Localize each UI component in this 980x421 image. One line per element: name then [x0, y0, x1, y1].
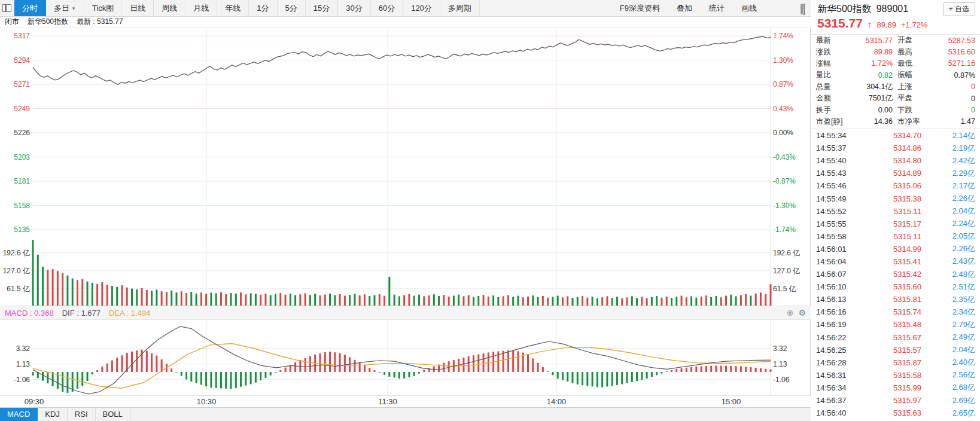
tick-row[interactable]: 14:56:195315.482.79亿: [811, 318, 980, 331]
tick-price: 5315.17: [862, 219, 921, 228]
quote-value: 1.47: [931, 117, 975, 126]
tick-row[interactable]: 14:55:525315.112.04亿: [811, 205, 980, 218]
period-tab-1分[interactable]: 1分: [249, 0, 277, 16]
period-tab-30分[interactable]: 30分: [338, 0, 370, 16]
quote-label: 开盘: [897, 35, 931, 45]
tick-row[interactable]: 14:55:465315.062.17亿: [811, 179, 980, 192]
quote-label: 量比: [816, 70, 851, 80]
period-tab-120分[interactable]: 120分: [403, 0, 440, 16]
time-tick-label: 10:30: [197, 397, 217, 406]
stock-title: 新华500指数989001: [817, 3, 908, 16]
tick-price: 5315.48: [862, 320, 921, 329]
stock-code: 989001: [876, 4, 908, 14]
period-tab-strip: 分时多日▼Tick图日线周线月线年线1分5分15分30分60分120分多周期: [14, 0, 480, 16]
tick-row[interactable]: 14:56:165315.742.34亿: [811, 306, 980, 318]
indicator-tab-bar: MACDKDJRSIBOLL: [0, 407, 811, 421]
time-tick-label: 14:00: [547, 397, 567, 406]
timeshare-chart[interactable]: [0, 0, 811, 421]
quote-label: 总量: [816, 82, 851, 92]
app-window: 5317529452715249522652035181515851351.74…: [0, 0, 980, 421]
tick-time: 14:56:10: [816, 282, 862, 291]
gear-icon[interactable]: ⚙: [798, 309, 806, 317]
period-tab-周线[interactable]: 周线: [154, 0, 185, 16]
quote-value: 0: [931, 83, 975, 91]
tick-time: 14:55:34: [816, 131, 862, 140]
tick-row[interactable]: 14:56:315315.582.56亿: [811, 369, 980, 382]
toolbar-link-叠加[interactable]: 叠加: [677, 3, 692, 14]
tick-price: 5315.06: [862, 181, 921, 190]
panel-toggle-icon[interactable]: [804, 4, 805, 15]
tick-row[interactable]: 14:56:285315.872.40亿: [811, 356, 980, 369]
tick-row[interactable]: 14:55:495315.382.26亿: [811, 192, 980, 205]
tick-time: 14:56:16: [816, 307, 862, 316]
period-tab-60分[interactable]: 60分: [371, 0, 403, 16]
add-watchlist-button[interactable]: + 自选: [943, 2, 975, 16]
quote-label: 市盈[静]: [816, 117, 851, 127]
quote-row: 市盈[静]14.36市净率1.47: [811, 116, 980, 127]
tick-list[interactable]: 14:55:345314.702.14亿14:55:375314.862.19亿…: [811, 129, 980, 421]
macd-value-label: MACD : 0.368: [5, 309, 54, 318]
quote-value: 0.82: [851, 71, 893, 80]
quote-panel: 新华500指数989001 + 自选 5315.77 ↑ 89.89 +1.72…: [811, 0, 980, 421]
tick-row[interactable]: 14:56:255315.572.04亿: [811, 344, 980, 356]
indicator-tab-BOLL[interactable]: BOLL: [96, 408, 130, 421]
panel-toggle-icon-glyph: [804, 4, 805, 15]
chart-column: 5317529452715249522652035181515851351.74…: [0, 0, 811, 421]
close-icon[interactable]: ⊗: [787, 309, 794, 317]
tick-row[interactable]: 14:55:345314.702.14亿: [811, 129, 980, 142]
period-tab-多日[interactable]: 多日▼: [46, 0, 84, 16]
toolbar-link-统计[interactable]: 统计: [709, 3, 725, 14]
price-change: 89.89: [876, 20, 896, 29]
tick-row[interactable]: 14:56:135315.812.35亿: [811, 293, 980, 306]
tick-row[interactable]: 14:55:555315.172.24亿: [811, 218, 980, 230]
tick-price: 5315.63: [862, 408, 921, 417]
indicator-tab-KDJ[interactable]: KDJ: [38, 408, 68, 421]
toolbar-link-F9深度资料[interactable]: F9深度资料: [620, 3, 660, 14]
tick-row[interactable]: 14:56:045315.412.43亿: [811, 255, 980, 268]
period-tab-年线[interactable]: 年线: [217, 0, 249, 16]
tick-row[interactable]: 14:55:405314.802.42亿: [811, 154, 980, 167]
period-tab-15分[interactable]: 15分: [306, 0, 338, 16]
dropdown-arrow-icon: ▼: [71, 6, 76, 11]
toolbar-link-画线[interactable]: 画线: [741, 3, 757, 14]
period-tab-日线[interactable]: 日线: [122, 0, 154, 16]
tick-row[interactable]: 14:56:015314.992.26亿: [811, 243, 980, 255]
tick-volume: 2.19亿: [921, 143, 975, 154]
period-tab-5分[interactable]: 5分: [278, 0, 306, 16]
tick-volume: 2.42亿: [921, 155, 975, 166]
quote-panel-header: 新华500指数989001 + 自选: [811, 0, 980, 17]
tick-row[interactable]: 14:56:105315.602.51亿: [811, 280, 980, 293]
market-status: 闭市: [5, 17, 19, 27]
tick-row[interactable]: 14:56:375315.972.69亿: [811, 394, 980, 407]
tick-volume: 2.56亿: [921, 370, 975, 380]
instrument-name: 新华500指数: [28, 17, 68, 27]
quote-label: 上涨: [897, 82, 931, 92]
tick-volume: 2.40亿: [921, 357, 975, 368]
tick-row[interactable]: 14:56:405315.632.65亿: [811, 407, 980, 419]
tick-price: 5315.38: [862, 194, 921, 203]
quote-row: 金额7501亿平盘0: [811, 93, 980, 104]
tick-row[interactable]: 14:56:345315.992.68亿: [811, 382, 980, 394]
period-tab-Tick图[interactable]: Tick图: [84, 0, 122, 16]
tick-price: 5315.74: [862, 307, 921, 316]
tick-time: 14:55:37: [816, 144, 862, 152]
tick-price: 5315.58: [862, 371, 921, 380]
tick-row[interactable]: 14:56:225315.672.49亿: [811, 331, 980, 344]
tick-row[interactable]: 14:55:435314.892.29亿: [811, 167, 980, 179]
period-tab-月线[interactable]: 月线: [185, 0, 217, 16]
period-tab-分时[interactable]: 分时: [14, 0, 46, 16]
indicator-tab-RSI[interactable]: RSI: [68, 408, 96, 421]
tick-row[interactable]: 14:56:075315.422.48亿: [811, 268, 980, 280]
window-layout-icon[interactable]: [0, 0, 14, 16]
tick-time: 14:56:01: [816, 245, 862, 254]
period-tab-多周期[interactable]: 多周期: [440, 0, 480, 16]
tick-price: 5315.60: [862, 282, 921, 291]
tick-price: 5314.89: [862, 169, 921, 178]
tick-row[interactable]: 14:55:585315.112.05亿: [811, 230, 980, 243]
tick-price: 5315.87: [862, 358, 921, 367]
indicator-tab-MACD[interactable]: MACD: [0, 408, 38, 421]
tick-volume: 2.51亿: [921, 282, 975, 292]
quote-row: 换手0.00下跌0: [811, 104, 980, 115]
price-summary: 5315.77 ↑ 89.89 +1.72%: [817, 16, 975, 30]
tick-row[interactable]: 14:55:375314.862.19亿: [811, 142, 980, 154]
